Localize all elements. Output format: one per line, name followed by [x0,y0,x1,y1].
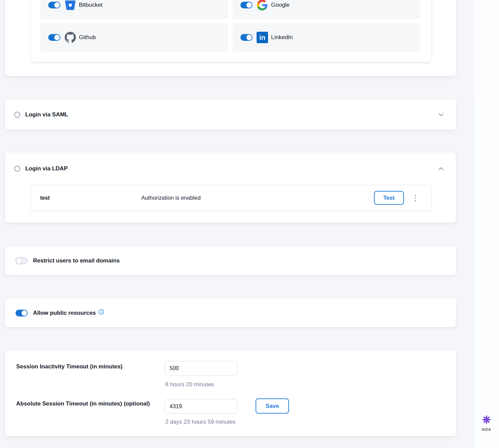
github-toggle[interactable] [48,34,60,41]
absolute-timeout-hint: 2 days 23 hours 59 minutes [165,419,236,425]
linkedin-toggle[interactable] [240,34,253,41]
provider-row-google: Google [233,0,420,19]
restrict-email-domains-card: Restrict users to email domains [5,246,456,275]
saml-login-card[interactable]: Login via SAML [5,99,456,130]
inactivity-timeout-hint: 8 hours 20 minutes [165,381,214,388]
allow-public-resources-card: Allow public resources [5,299,456,327]
ldap-entry-status: Authorization is enabled [141,195,374,201]
provider-row-bitbucket: Bitbucket [40,0,228,19]
aida-flower-icon [481,414,492,425]
restrict-email-domains-label: Restrict users to email domains [33,257,120,264]
ldap-login-card: Login via LDAP test Authorization is ena… [5,152,456,223]
chevron-up-icon[interactable] [438,167,444,170]
saml-title: Login via SAML [25,111,68,118]
ldap-title: Login via LDAP [25,165,68,172]
aida-widget[interactable]: AIDA [474,414,499,431]
ldap-entry-name: test [40,195,141,201]
provider-label: Google [271,2,290,8]
provider-row-linkedin: in LinkedIn [233,23,420,52]
vertical-divider [474,95,474,448]
linkedin-icon: in [257,32,268,43]
absolute-timeout-input[interactable] [165,399,237,414]
google-icon [257,0,268,10]
inactivity-timeout-label: Session Inactivity Timeout (in minutes) [16,363,122,371]
inactivity-timeout-input[interactable] [165,361,237,375]
provider-label: Github [79,34,96,41]
test-button[interactable]: Test [374,191,404,205]
google-toggle[interactable] [240,2,253,8]
bitbucket-icon [64,0,76,11]
info-icon[interactable] [98,309,104,315]
provider-label: LinkedIn [271,34,293,41]
oauth-providers-card: Bitbucket Google [5,0,456,76]
restrict-email-domains-toggle[interactable] [16,257,28,264]
ldap-radio[interactable] [14,166,20,172]
absolute-timeout-label: Absolute Session Timeout (in minutes) (o… [16,400,151,408]
provider-label: Bitbucket [79,2,102,8]
allow-public-resources-toggle[interactable] [16,310,28,316]
provider-row-github: Github [40,23,228,52]
kebab-menu-icon[interactable] [413,193,417,203]
ldap-entry-row: test Authorization is enabled Test [31,185,431,211]
aida-label: AIDA [474,427,499,431]
save-button[interactable]: Save [256,398,289,414]
chevron-down-icon[interactable] [438,113,444,116]
github-icon [64,32,76,43]
bitbucket-toggle[interactable] [48,2,60,8]
admin-auth-settings-page: AIDA Bitbucket [0,0,499,448]
ldap-header[interactable]: Login via LDAP [5,152,456,185]
right-rail [474,0,499,448]
saml-radio[interactable] [14,112,20,118]
oauth-providers-panel: Bitbucket Google [31,0,431,62]
allow-public-resources-label: Allow public resources [33,310,96,316]
session-timeout-card: Session Inactivity Timeout (in minutes) … [5,350,456,436]
